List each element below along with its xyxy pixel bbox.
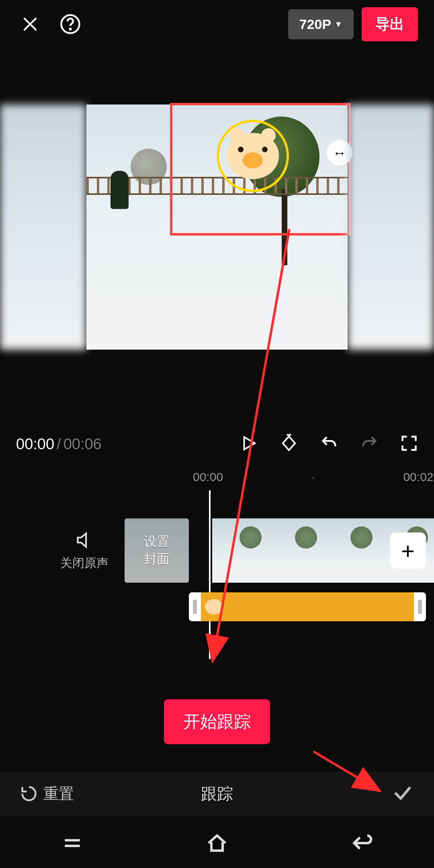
ruler-dot: · [311,470,315,484]
time-separator: / [57,436,61,453]
resolution-selector[interactable]: 720P ▼ [288,9,354,39]
mute-label: 关闭原声 [60,555,108,571]
close-icon[interactable] [16,10,44,38]
mute-audio-button[interactable]: 关闭原声 [44,530,125,571]
system-navigation [0,820,434,868]
clip-thumbnail [268,518,323,583]
video-track-row: 关闭原声 设置 封面 [0,518,434,583]
preview-frame: ↔ [86,104,348,350]
preview-blur-left [0,104,86,350]
cover-label-1: 设置 [144,533,170,551]
redo-icon [360,434,379,454]
export-button[interactable]: 导出 [362,7,418,41]
keyframe-icon[interactable] [280,434,298,454]
time-ruler: 00:00 · 00:02 · [0,470,434,484]
svg-point-1 [70,29,71,30]
playback-controls: 00:00 / 00:06 [0,426,434,462]
ruler-mark: 00:00 [193,470,223,484]
timeline[interactable]: 00:00 · 00:02 · 关闭原声 设置 封面 + [0,470,434,675]
home-icon[interactable] [206,832,228,856]
sticker-track[interactable] [189,592,426,621]
tracking-circle[interactable] [217,120,289,192]
add-clip-button[interactable]: + [390,532,426,569]
clip-handle-right[interactable] [418,600,422,614]
tracking-selection-box[interactable]: ↔ [170,103,351,235]
toolbar-title: 跟踪 [201,783,233,805]
cover-label-2: 封面 [144,551,170,568]
time-display: 00:00 / 00:06 [16,436,102,453]
start-tracking-button[interactable]: 开始跟踪 [164,699,270,744]
total-time: 00:06 [63,436,102,453]
sticker-clip[interactable] [201,592,414,621]
set-cover-button[interactable]: 设置 封面 [125,518,189,583]
clip-thumbnail [323,518,379,583]
pig-sticker-icon [227,133,279,179]
resolution-label: 720P [299,16,331,32]
bottom-toolbar: 重置 跟踪 [0,772,434,816]
current-time: 00:00 [16,436,54,453]
header-bar: 720P ▼ 导出 [0,0,434,48]
menu-icon[interactable] [61,832,84,856]
video-preview[interactable]: ↔ [0,104,434,350]
play-icon[interactable] [240,434,258,454]
scene-person [111,171,129,209]
ruler-mark: 00:02 [403,470,433,484]
reset-button[interactable]: 重置 [20,784,74,804]
reset-label: 重置 [43,784,74,804]
preview-blur-right [348,104,434,350]
chevron-down-icon: ▼ [334,20,342,29]
undo-icon[interactable] [320,434,338,454]
clip-handle-left[interactable] [193,600,197,614]
confirm-icon[interactable] [391,782,414,806]
back-icon[interactable] [350,832,373,856]
clip-thumbnail [212,518,268,583]
fullscreen-icon[interactable] [400,434,418,454]
help-icon[interactable] [56,10,84,38]
pig-sticker-icon [205,599,223,614]
